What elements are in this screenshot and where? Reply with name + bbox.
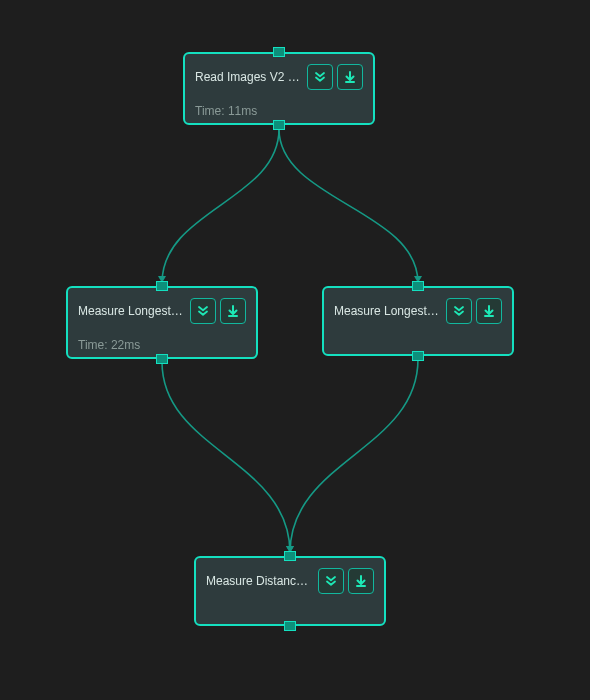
chevron-double-down-icon [452,304,466,318]
node-time: Time: 22ms [78,338,246,352]
port-out[interactable] [284,621,296,631]
download-button[interactable] [348,568,374,594]
port-in[interactable] [273,47,285,57]
expand-button[interactable] [318,568,344,594]
port-in[interactable] [412,281,424,291]
node-time: Time: 11ms [195,104,363,118]
download-arrow-icon [354,574,368,588]
port-out[interactable] [412,351,424,361]
port-out[interactable] [273,120,285,130]
chevron-double-down-icon [313,70,327,84]
port-out[interactable] [156,354,168,364]
edge-right-to-distances [290,359,418,553]
node-measure-longest-left[interactable]: Measure Longest L… Time: 22ms [66,286,258,359]
download-button[interactable] [220,298,246,324]
node-measure-distances[interactable]: Measure Distances… [194,556,386,626]
port-in[interactable] [156,281,168,291]
download-arrow-icon [343,70,357,84]
download-arrow-icon [226,304,240,318]
edge-read-to-right [279,129,418,283]
chevron-double-down-icon [196,304,210,318]
node-title: Measure Distances… [206,574,312,588]
node-read-images[interactable]: Read Images V2 (1) Time: 11ms [183,52,375,125]
download-arrow-icon [482,304,496,318]
node-title: Read Images V2 (1) [195,70,301,84]
port-in[interactable] [284,551,296,561]
node-title: Measure Longest L… [78,304,184,318]
chevron-double-down-icon [324,574,338,588]
download-button[interactable] [476,298,502,324]
node-measure-longest-right[interactable]: Measure Longest L… [322,286,514,356]
edge-left-to-distances [162,362,290,553]
expand-button[interactable] [190,298,216,324]
node-title: Measure Longest L… [334,304,440,318]
expand-button[interactable] [446,298,472,324]
edge-read-to-left [162,129,279,283]
download-button[interactable] [337,64,363,90]
expand-button[interactable] [307,64,333,90]
